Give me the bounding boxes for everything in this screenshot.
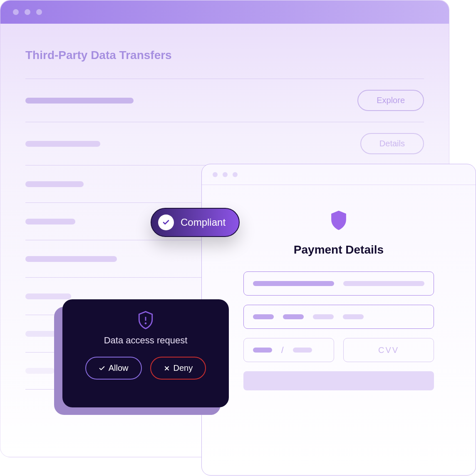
field-placeholder: [253, 348, 272, 353]
field-placeholder: [283, 314, 304, 319]
data-access-modal: Data access request Allow Deny: [62, 299, 229, 407]
payment-window: Payment Details / CVV: [201, 164, 476, 476]
row-text-placeholder: [25, 181, 84, 187]
modal-buttons: Allow Deny: [85, 357, 206, 380]
x-icon: [164, 365, 170, 372]
deny-button[interactable]: Deny: [150, 357, 206, 380]
row-text-placeholder: [25, 293, 71, 299]
transfer-row: Explore: [25, 79, 424, 122]
transfer-row: Details: [25, 122, 424, 165]
allow-label: Allow: [109, 363, 129, 373]
allow-button[interactable]: Allow: [85, 357, 142, 380]
field-placeholder: [253, 281, 334, 286]
field-placeholder: [313, 314, 334, 319]
page-title: Third-Party Data Transfers: [25, 49, 424, 62]
window-control-dot[interactable]: [233, 172, 238, 177]
row-text-placeholder: [25, 141, 100, 147]
field-placeholder: [343, 281, 424, 286]
submit-button[interactable]: [243, 371, 434, 390]
field-placeholder: [343, 314, 364, 319]
payment-title: Payment Details: [243, 243, 434, 256]
payment-window-titlebar: [202, 164, 476, 185]
compliant-badge: Compliant: [151, 208, 240, 237]
slash-separator: /: [281, 345, 284, 355]
field-placeholder: [293, 348, 312, 353]
modal-title: Data access request: [104, 335, 188, 346]
deny-label: Deny: [174, 363, 193, 373]
row-text-placeholder: [25, 368, 55, 374]
window-control-dot[interactable]: [13, 9, 19, 15]
window-control-dot[interactable]: [213, 172, 218, 177]
row-text-placeholder: [25, 256, 117, 262]
shield-icon: [330, 210, 348, 231]
card-name-field[interactable]: [243, 271, 434, 296]
row-text-placeholder: [25, 98, 134, 104]
compliant-label: Compliant: [181, 217, 226, 228]
svg-point-1: [145, 323, 146, 324]
main-window-titlebar: [0, 0, 449, 24]
field-placeholder: [253, 314, 274, 319]
card-number-field[interactable]: [243, 305, 434, 329]
check-circle-icon: [158, 215, 174, 230]
shield-alert-icon: [138, 311, 154, 329]
row-text-placeholder: [25, 219, 75, 224]
details-button[interactable]: Details: [360, 133, 424, 154]
payment-body: Payment Details / CVV: [202, 185, 476, 390]
cvv-field[interactable]: CVV: [343, 338, 434, 362]
check-icon: [99, 365, 105, 372]
window-control-dot[interactable]: [223, 172, 228, 177]
explore-button[interactable]: Explore: [357, 90, 424, 111]
expiry-field[interactable]: /: [243, 338, 334, 362]
window-control-dot[interactable]: [36, 9, 42, 15]
window-control-dot[interactable]: [25, 9, 30, 15]
